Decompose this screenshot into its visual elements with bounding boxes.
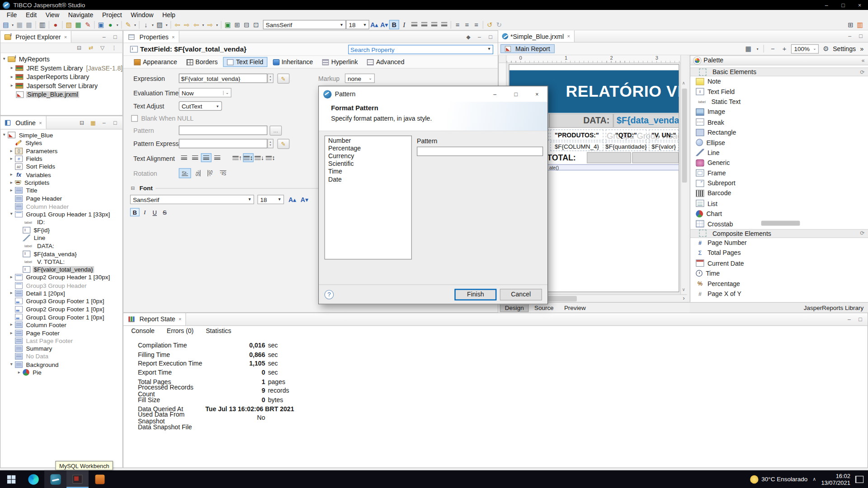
expand-arrow[interactable] [8, 188, 15, 193]
grid-toggle-icon[interactable] [744, 44, 753, 53]
outline-item[interactable]: Sort Fields [25, 164, 56, 170]
maximize-panel-icon[interactable] [856, 316, 864, 322]
maximize-panel-icon[interactable] [486, 34, 494, 40]
palette-item-break[interactable]: Break [690, 117, 868, 127]
valor-field-cell[interactable]: $F{valor} [649, 141, 679, 151]
rotation-none-button[interactable]: St- [179, 168, 191, 178]
pattern-browse-button[interactable]: … [269, 126, 282, 136]
menu-file[interactable]: File [2, 11, 21, 18]
expression-fragment[interactable]: ate() [549, 165, 559, 170]
font-family-select[interactable]: SansSerif▼ [263, 20, 346, 29]
project-item-selected[interactable]: Simple_Blue.jrxml [26, 91, 80, 98]
edit-wizard-icon[interactable] [83, 20, 93, 29]
palette-item-note[interactable]: Note [690, 76, 868, 87]
menu-view[interactable]: View [41, 11, 64, 18]
start-button[interactable] [0, 470, 22, 488]
halign-right-button[interactable] [201, 153, 211, 162]
pattern-value-input[interactable] [417, 146, 543, 156]
new-dropdown-icon[interactable] [10, 23, 15, 27]
palette-item-generic[interactable]: Generic [690, 158, 868, 168]
palette-item-current-date[interactable]: Current Date [690, 258, 868, 268]
category-percentage[interactable]: Percentage [325, 145, 411, 152]
project-item[interactable]: Jaspersoft Server Library [25, 82, 99, 89]
collapse-all-icon[interactable] [75, 45, 83, 51]
next-edit-icon[interactable] [205, 20, 215, 29]
palette-item-text-field[interactable]: Text Field [690, 86, 868, 97]
outline-item[interactable]: Page Header [25, 195, 63, 202]
menu-navigate[interactable]: Navigate [64, 11, 98, 18]
markup-select[interactable]: none⌄ [345, 74, 375, 83]
forward-dropdown-icon[interactable] [215, 23, 219, 27]
palette-item-ellipse[interactable]: Ellipse [690, 137, 868, 148]
outline-item[interactable]: Detail 1 [20px] [25, 290, 66, 297]
valign-bottom-button[interactable]: ↓ [254, 153, 264, 162]
size-elements-icon[interactable] [232, 20, 242, 29]
outline-item[interactable]: Parameters [25, 148, 59, 155]
palette-item-barcode[interactable]: Barcode [690, 188, 868, 199]
close-tab-icon[interactable] [172, 34, 175, 39]
palette-item-page-number[interactable]: Page Number [690, 238, 868, 248]
tab-hyperlink[interactable]: Hyperlink [319, 57, 362, 67]
close-window-button[interactable]: × [851, 0, 868, 10]
palette-item-list[interactable]: List [690, 198, 868, 209]
palette-item-subreport[interactable]: Subreport [690, 178, 868, 188]
close-tab-icon[interactable] [567, 33, 570, 39]
font-section-collapse-icon[interactable] [129, 185, 137, 191]
data-label[interactable]: DATA: [583, 116, 609, 126]
tray-expand-icon[interactable]: ∧ [812, 476, 816, 482]
more-tools-icon[interactable] [858, 45, 866, 52]
taskbar-clock[interactable]: 16:02 13/07/2021 [821, 473, 850, 486]
taskbar-mysql-workbench-button[interactable] [44, 470, 66, 488]
expand-arrow[interactable] [0, 57, 8, 61]
font-size-select[interactable]: 18▼ [257, 195, 284, 204]
view-menu-icon[interactable] [110, 45, 118, 51]
data-venda-field[interactable]: $F{data_venda} [617, 116, 679, 126]
align-left-button[interactable] [409, 20, 419, 29]
outline-item[interactable]: $F{data_venda} [33, 250, 78, 257]
palette-scroll-thumb[interactable] [761, 221, 800, 226]
tab-advanced[interactable]: Advanced [363, 57, 408, 67]
evaluation-time-select[interactable]: Now⌄ [179, 88, 231, 98]
import-dropdown-icon[interactable] [151, 23, 155, 27]
data-label-cell[interactable]: DATA: [549, 113, 613, 128]
style-pencil-icon[interactable] [123, 20, 133, 29]
expand-arrow[interactable] [8, 323, 15, 327]
palette-item-static-text[interactable]: Static Text [690, 97, 868, 107]
palette-item-page-x-of-y[interactable]: Page X of Y [690, 289, 868, 299]
outline-item[interactable]: Simple_Blue [18, 132, 54, 139]
maximize-panel-icon[interactable] [111, 34, 119, 40]
pattern-input[interactable] [179, 126, 268, 135]
errors-tab[interactable]: Errors (0) [167, 328, 193, 334]
expand-arrow[interactable] [0, 133, 8, 137]
underline-button[interactable]: U [150, 208, 160, 216]
align-center-button[interactable] [419, 20, 429, 29]
section-pin-icon[interactable]: ⟳ [860, 230, 864, 236]
menu-edit[interactable]: Edit [21, 11, 41, 18]
statistics-tab[interactable]: Statistics [206, 328, 231, 334]
font-increase-button[interactable]: A▴ [369, 20, 379, 29]
outline-item[interactable]: Styles [24, 140, 43, 146]
halign-center-button[interactable] [190, 153, 200, 162]
expand-arrow[interactable] [8, 275, 15, 280]
zoom-in-icon[interactable] [780, 44, 789, 53]
expand-arrow[interactable] [8, 362, 15, 367]
grid-dropdown-icon[interactable] [755, 47, 760, 51]
next-page-icon[interactable]: › [683, 295, 685, 301]
outline-item[interactable]: Column Footer [25, 322, 67, 328]
outline-item-selected[interactable]: $F{valor_total_venda} [33, 266, 94, 273]
outline-item[interactable]: No Data [25, 353, 49, 360]
close-tab-icon[interactable] [39, 120, 42, 125]
expand-arrow[interactable] [8, 84, 15, 88]
maximize-window-button[interactable]: □ [835, 0, 852, 10]
bold-button[interactable]: B [389, 20, 399, 29]
section-pin-icon[interactable]: ⟳ [860, 69, 864, 75]
qtd-header-cell[interactable]: "QTD:" [606, 130, 647, 141]
project-explorer-tab[interactable]: Project Explorer [0, 31, 71, 43]
align-elements-icon[interactable] [242, 20, 251, 29]
vertical-scroll-thumb[interactable] [682, 89, 687, 183]
expand-arrow[interactable] [8, 331, 15, 335]
pattern-expression-spinner[interactable]: ▲▼ [267, 139, 273, 148]
outline-item[interactable]: Summary [25, 345, 53, 352]
palette-item-image[interactable]: Image [690, 107, 868, 117]
category-currency[interactable]: Currency [325, 152, 411, 160]
